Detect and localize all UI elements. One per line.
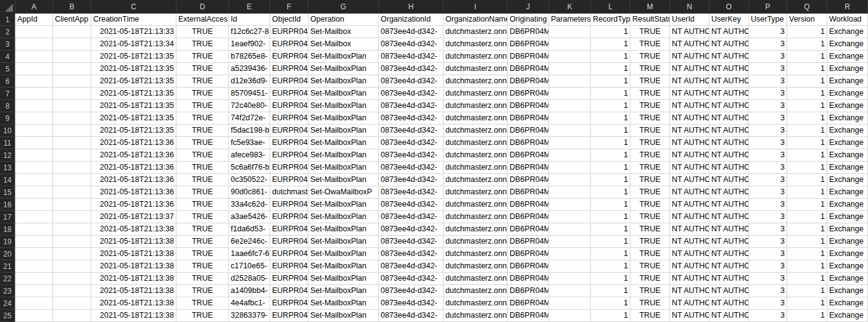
cell[interactable]: Exchange — [827, 75, 868, 88]
column-header-n[interactable]: N — [670, 0, 709, 14]
cell[interactable]: NT AUTHO — [709, 285, 749, 297]
cell[interactable]: EURPR04A — [270, 273, 308, 285]
column-title-cell[interactable]: ClientApp — [53, 14, 91, 26]
cell[interactable] — [53, 75, 91, 88]
cell[interactable]: TRUE — [630, 297, 670, 310]
cell[interactable]: f1da6d53- — [229, 223, 270, 236]
cell[interactable]: 2021-05-18T21:13:35 — [91, 112, 176, 125]
cell[interactable] — [549, 51, 591, 63]
column-title-cell[interactable]: Version — [787, 14, 827, 26]
cell[interactable] — [53, 162, 91, 174]
cell[interactable]: 1 — [787, 236, 827, 248]
cell[interactable]: 0873ee4d-d342- — [379, 75, 444, 88]
cell[interactable]: dutchmasterz.onn — [444, 26, 508, 38]
cell[interactable]: DB6PR04M — [508, 125, 549, 137]
cell[interactable] — [53, 223, 91, 236]
cell[interactable]: EURPR04A — [270, 236, 308, 248]
cell[interactable] — [549, 273, 591, 285]
cell[interactable]: 0873ee4d-d342- — [379, 26, 444, 38]
cell[interactable] — [15, 88, 53, 100]
cell[interactable] — [549, 26, 591, 38]
cell[interactable] — [549, 285, 591, 297]
row-header[interactable]: 20 — [0, 248, 15, 260]
cell[interactable]: TRUE — [176, 100, 229, 112]
row-header[interactable]: 11 — [0, 137, 15, 149]
cell[interactable]: dutchmasterz.onn — [444, 236, 508, 248]
cell[interactable]: NT AUTHO — [709, 186, 749, 199]
cell[interactable]: dutchmasterz.onn — [444, 112, 508, 125]
cell[interactable]: dutchmasterz.onn — [444, 100, 508, 112]
cell[interactable] — [53, 211, 91, 223]
cell[interactable]: 1 — [787, 162, 827, 174]
cell[interactable]: TRUE — [176, 236, 229, 248]
cell[interactable] — [15, 75, 53, 88]
column-header-f[interactable]: F — [270, 0, 308, 14]
cell[interactable]: dutchmasterz.onn — [444, 223, 508, 236]
cell[interactable]: EURPR04A — [270, 112, 308, 125]
cell[interactable]: 0873ee4d-d342- — [379, 174, 444, 186]
cell[interactable]: NT AUTHO — [709, 162, 749, 174]
cell[interactable]: 2021-05-18T21:13:38 — [91, 223, 176, 236]
cell[interactable]: Exchange — [827, 162, 868, 174]
cell[interactable]: 0873ee4d-d342- — [379, 63, 444, 75]
cell[interactable] — [53, 285, 91, 297]
cell[interactable]: 72c40e80- — [229, 100, 270, 112]
cell[interactable]: TRUE — [176, 285, 229, 297]
cell[interactable]: TRUE — [630, 174, 670, 186]
cell[interactable]: NT AUTHO — [709, 88, 749, 100]
cell[interactable]: 2021-05-18T21:13:35 — [91, 51, 176, 63]
cell[interactable]: NT AUTHO — [709, 51, 749, 63]
cell[interactable]: TRUE — [630, 88, 670, 100]
cell[interactable]: 0873ee4d-d342- — [379, 211, 444, 223]
row-header[interactable]: 14 — [0, 174, 15, 186]
cell[interactable]: Exchange — [827, 297, 868, 310]
cell[interactable] — [53, 125, 91, 137]
cell[interactable] — [53, 26, 91, 38]
cell[interactable]: 33a4c62d- — [229, 199, 270, 211]
cell[interactable]: TRUE — [176, 63, 229, 75]
cell[interactable]: 2021-05-18T21:13:38 — [91, 236, 176, 248]
row-header[interactable]: 9 — [0, 112, 15, 125]
cell[interactable]: DB6PR04M — [508, 211, 549, 223]
cell[interactable]: NT AUTHO — [709, 63, 749, 75]
cell[interactable]: 2021-05-18T21:13:37 — [91, 211, 176, 223]
cell[interactable]: 0873ee4d-d342- — [379, 260, 444, 273]
row-header[interactable]: 22 — [0, 273, 15, 285]
cell[interactable]: TRUE — [176, 310, 229, 322]
cell[interactable]: 3 — [749, 100, 787, 112]
column-title-cell[interactable]: Parameters — [549, 14, 591, 26]
cell[interactable]: NT AUTHO — [670, 51, 709, 63]
cell[interactable]: TRUE — [176, 174, 229, 186]
cell[interactable]: EURPR04A — [270, 285, 308, 297]
cell[interactable]: 6e2e246c- — [229, 236, 270, 248]
cell[interactable]: 3 — [749, 125, 787, 137]
cell[interactable]: 3 — [749, 26, 787, 38]
cell[interactable]: 1 — [787, 211, 827, 223]
cell[interactable]: dutchmasterz.onn — [444, 186, 508, 199]
cell[interactable]: 1 — [787, 174, 827, 186]
cell[interactable]: Exchange — [827, 38, 868, 51]
cell[interactable]: 1 — [591, 100, 630, 112]
cell[interactable]: Set-MailboxPlan — [308, 137, 379, 149]
cell[interactable]: EURPR04A — [270, 162, 308, 174]
cell[interactable]: NT AUTHO — [670, 63, 709, 75]
cell[interactable]: DB6PR04M — [508, 63, 549, 75]
cell[interactable]: NT AUTHO — [670, 186, 709, 199]
cell[interactable]: Set-MailboxPlan — [308, 310, 379, 322]
cell[interactable] — [549, 223, 591, 236]
cell[interactable]: 2021-05-18T21:13:34 — [91, 38, 176, 51]
cell[interactable]: EURPR04A — [270, 149, 308, 162]
cell[interactable]: DB6PR04M — [508, 75, 549, 88]
cell[interactable]: DB6PR04M — [508, 186, 549, 199]
column-header-j[interactable]: J — [508, 0, 549, 14]
cell[interactable]: 3 — [749, 236, 787, 248]
cell[interactable]: Set-MailboxPlan — [308, 248, 379, 260]
column-header-b[interactable]: B — [53, 0, 91, 14]
cell[interactable]: 1 — [591, 88, 630, 100]
cell[interactable]: Exchange — [827, 26, 868, 38]
cell[interactable]: 1eaef902- — [229, 38, 270, 51]
column-header-c[interactable]: C — [91, 0, 176, 14]
cell[interactable]: NT AUTHO — [670, 310, 709, 322]
cell[interactable]: NT AUTHO — [670, 112, 709, 125]
row-header[interactable]: 17 — [0, 211, 15, 223]
